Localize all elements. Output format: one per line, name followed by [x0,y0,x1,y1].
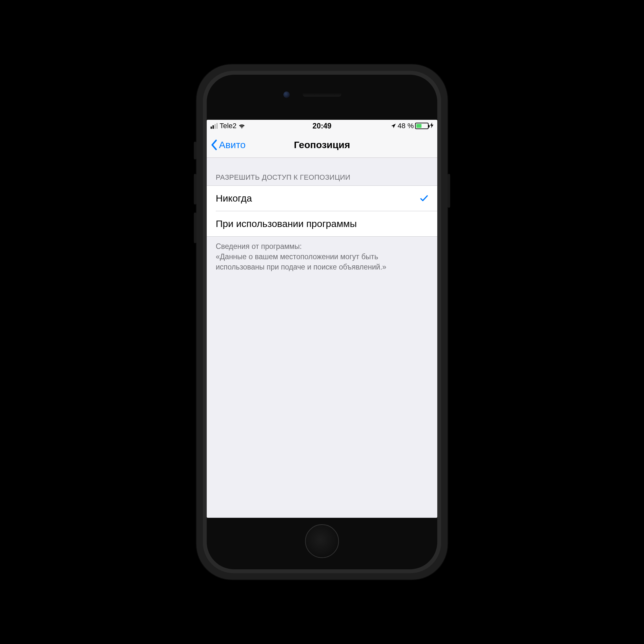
status-left: Tele2 [211,122,246,130]
power-button [448,174,450,208]
section-header: РАЗРЕШИТЬ ДОСТУП К ГЕОПОЗИЦИИ [207,158,437,185]
volume-down-button [194,213,196,243]
option-while-using[interactable]: При использовании программы [207,211,437,236]
checkmark-icon [420,194,428,203]
footer-body: «Данные о вашем местоположении могут быт… [216,251,428,272]
option-label: Никогда [216,193,252,204]
status-bar: Tele2 20:49 [207,120,437,132]
status-time: 20:49 [313,122,332,130]
screen: Tele2 20:49 [207,120,437,518]
battery-percentage: 48 % [398,122,414,130]
option-label: При использовании программы [216,218,357,229]
content-area: РАЗРЕШИТЬ ДОСТУП К ГЕОПОЗИЦИИ Никогда [207,158,437,518]
back-label: Авито [219,139,246,150]
carrier-label: Tele2 [220,122,237,130]
section-footer: Сведения от программы: «Данные о вашем м… [207,237,437,277]
back-button[interactable]: Авито [211,139,246,150]
navigation-bar: Авито Геопозиция [207,132,437,158]
footer-title: Сведения от программы: [216,241,428,251]
chevron-left-icon [211,139,219,150]
earpiece-speaker [303,92,341,97]
option-never[interactable]: Никогда [207,186,437,211]
charging-icon [430,122,433,130]
status-right: 48 % [391,122,433,130]
signal-strength-icon [211,123,218,129]
front-camera [283,91,290,98]
battery-icon [415,123,429,129]
location-services-icon [391,123,396,129]
page-title: Геопозиция [294,139,350,150]
wifi-icon [238,123,246,129]
options-group: Никогда При использовании программы [207,185,437,237]
home-button[interactable] [305,524,339,558]
mute-switch [194,142,196,159]
volume-up-button [194,174,196,204]
phone-device-frame: Tele2 20:49 [196,64,448,580]
